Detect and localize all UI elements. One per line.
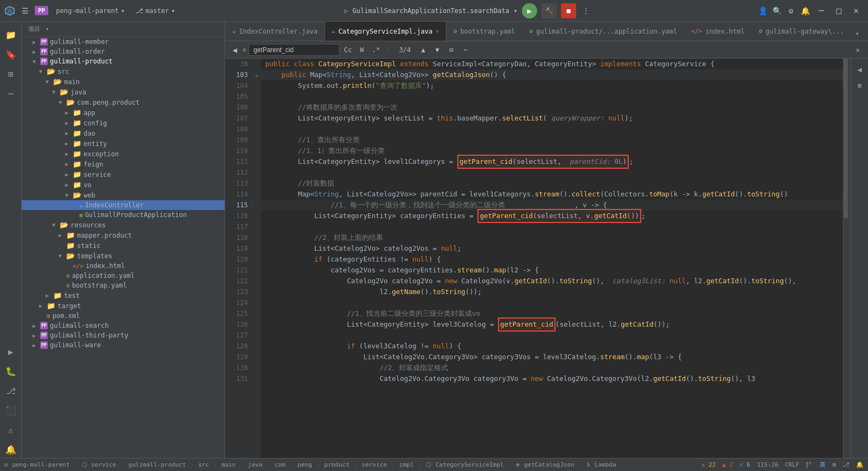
tab-IndexController[interactable]: ☕ IndexController.java	[225, 22, 324, 41]
user-icon[interactable]: 👤	[757, 5, 768, 16]
tree-item-service[interactable]: ▶ 📁 service	[22, 169, 225, 180]
search-everywhere-icon[interactable]: 🔍	[771, 5, 782, 16]
tab-label: CategoryServiceImpl.java	[339, 28, 432, 35]
status-lambda: Lambda	[595, 461, 616, 468]
notifications-icon[interactable]: 🔔	[800, 5, 810, 16]
module-icon: PP	[40, 341, 48, 349]
folder-icon: 📁	[66, 241, 75, 250]
prev-match-btn[interactable]: ▲	[417, 44, 429, 56]
tree-item-static[interactable]: 📁 static	[22, 240, 225, 251]
tree-item-bootstrap-yaml[interactable]: ⚙ bootstrap.yaml	[22, 281, 225, 290]
bookmark-icon[interactable]: 🔖	[2, 46, 20, 63]
close-button[interactable]: ✕	[848, 3, 864, 18]
tree-item-test[interactable]: ▶ 📁 test	[22, 290, 225, 301]
expand-search-icon[interactable]: ◀	[229, 44, 240, 55]
folder-icon: 📂	[66, 252, 75, 260]
tree-item-IndexController[interactable]: ☕ IndexController	[22, 200, 225, 210]
tree-item-web[interactable]: ▼ 📂 web	[22, 190, 225, 200]
project-selector[interactable]: peng-mall-parent ▾	[53, 6, 128, 16]
notifications-tool-icon[interactable]: 🔔	[2, 441, 20, 458]
tree-item-gulimall-member[interactable]: ▶ PP gulimall-member	[22, 37, 225, 47]
tree-item-pom-xml[interactable]: ⊞ pom.xml	[22, 311, 225, 321]
tree-item-resources[interactable]: ▼ 📂 resources	[22, 220, 225, 230]
tree-item-feign[interactable]: ▶ 📁 feign	[22, 159, 225, 169]
code-line-108	[261, 124, 843, 135]
terminal-tool-icon[interactable]: ⬛	[2, 402, 20, 419]
tree-item-gulimall-order[interactable]: ▶ PP gulimall-order	[22, 47, 225, 56]
tree-item-gulimall-product[interactable]: ▼ PP gulimall-product	[22, 56, 225, 66]
tree-item-src[interactable]: ▼ 📂 src	[22, 66, 225, 77]
tree-label: test	[64, 292, 80, 300]
code-content[interactable]: public class CategoryServiceImpl extends…	[261, 59, 843, 458]
tab-bootstrap[interactable]: ⚙ bootstrap.yaml	[446, 22, 522, 41]
status-sep6: ›	[316, 461, 320, 468]
notification-icon: 🔔	[856, 461, 864, 468]
tree-item-java[interactable]: ▼ 📂 java	[22, 87, 225, 97]
minimize-button[interactable]: ─	[814, 3, 829, 18]
next-match-btn[interactable]: ▼	[431, 44, 443, 56]
tree-item-dao[interactable]: ▶ 📁 dao	[22, 128, 225, 138]
tree-item-main[interactable]: ▼ 📂 main	[22, 77, 225, 87]
tree-item-gulimall-third-party[interactable]: ▶ PP gulimall-third-party	[22, 330, 225, 340]
status-right: ⚠ 22 ▲ 2 ✓ 6 115:26 CRLF 🏴 英 ⊞ ⎇ 🔔	[701, 461, 864, 469]
encoding-indicator: CRLF	[785, 461, 800, 468]
debug-tool-icon[interactable]: 🐛	[2, 362, 20, 380]
tree-item-gulimall-ware[interactable]: ▶ PP gulimall-ware	[22, 340, 225, 350]
expand-right-icon[interactable]: ◀	[853, 63, 866, 76]
line-num-119: 119	[225, 243, 252, 254]
tree-item-index-html[interactable]: </> index.html	[22, 261, 225, 271]
tab-application[interactable]: ⚙ gulimall-product/...application.yaml	[522, 22, 685, 41]
tree-item-app[interactable]: ▶ 📁 app	[22, 107, 225, 118]
project-dropdown-icon[interactable]: ▾	[46, 26, 49, 33]
stop-button[interactable]: ■	[561, 3, 576, 18]
search-input[interactable]	[248, 44, 340, 56]
filter-btn[interactable]: ⊟	[445, 44, 457, 56]
m-icon[interactable]: m	[854, 80, 865, 91]
tree-item-exception[interactable]: ▶ 📁 exception	[22, 149, 225, 159]
code-line-120: if (categoryEntities != null) {	[261, 254, 843, 265]
tree-item-config[interactable]: ▶ 📁 config	[22, 118, 225, 128]
tree-item-mapper-product[interactable]: ▶ 📁 mapper.product	[22, 230, 225, 240]
close-search-btn[interactable]: ✕	[852, 44, 864, 56]
git-tool-icon[interactable]: ⎇	[2, 382, 20, 399]
branch-selector[interactable]: ⎇ master ▾	[132, 6, 178, 16]
more-search-options-btn[interactable]: ⋯	[459, 44, 471, 56]
flags-icon: 🏴	[806, 461, 813, 468]
more-run-options-icon[interactable]: ⋮	[580, 5, 591, 16]
structure-icon[interactable]: ⊞	[2, 65, 20, 82]
build-button[interactable]: 🔨	[541, 3, 557, 18]
tree-item-com-peng-product[interactable]: ▼ 📂 com.peng.product	[22, 97, 225, 107]
regex-btn[interactable]: .*	[370, 44, 382, 56]
minimap-scrollbar[interactable]	[843, 59, 851, 458]
run-tool-icon[interactable]: ▶	[2, 343, 20, 360]
tree-item-GulimallProductApplication[interactable]: ◉ GulimallProductApplication	[22, 210, 225, 220]
project-tool-icon[interactable]: 📁	[2, 26, 20, 43]
tab-close-icon[interactable]: ✕	[436, 28, 439, 35]
run-button[interactable]: ▶	[522, 3, 537, 18]
yaml-tab-icon: ⚙	[529, 28, 533, 35]
tree-item-target[interactable]: ▶ 📁 target	[22, 301, 225, 311]
code-line-30: public class CategoryServiceImpl extends…	[261, 59, 843, 69]
tree-item-vo[interactable]: ▶ 📁 vo	[22, 180, 225, 190]
more-tools-icon[interactable]: ⋯	[2, 85, 20, 102]
folder-icon: 📁	[73, 119, 81, 127]
whole-word-btn[interactable]: W	[356, 44, 368, 56]
html-tab-icon: </>	[691, 28, 702, 35]
tab-gateway[interactable]: ⚙ gulimall-gateway\...	[751, 22, 851, 41]
tree-item-application-yaml[interactable]: ⚙ application.yaml	[22, 271, 225, 281]
settings-icon[interactable]: ⚙	[786, 5, 796, 16]
tree-item-entity[interactable]: ▶ 📁 entity	[22, 138, 225, 149]
hamburger-menu-icon[interactable]: ☰	[20, 5, 30, 16]
editor-area: ☕ IndexController.java ☕ CategoryService…	[225, 22, 868, 458]
tab-more-dropdown[interactable]: ▾	[851, 27, 864, 41]
tab-CategoryServiceImpl[interactable]: ☕ CategoryServiceImpl.java ✕	[324, 22, 446, 41]
problems-tool-icon[interactable]: ⚠	[2, 421, 20, 438]
tree-label: gulimall-order	[50, 48, 105, 55]
tree-item-templates[interactable]: ▼ 📂 templates	[22, 251, 225, 261]
tree-label-service: service	[84, 171, 111, 179]
case-sensitive-btn[interactable]: Cc	[342, 44, 354, 56]
html-file-icon: </>	[73, 263, 84, 270]
maximize-button[interactable]: □	[831, 3, 846, 18]
tree-item-gulimall-search[interactable]: ▶ PP gulimall-search	[22, 321, 225, 330]
tab-index-html[interactable]: </> index.html	[684, 22, 751, 41]
